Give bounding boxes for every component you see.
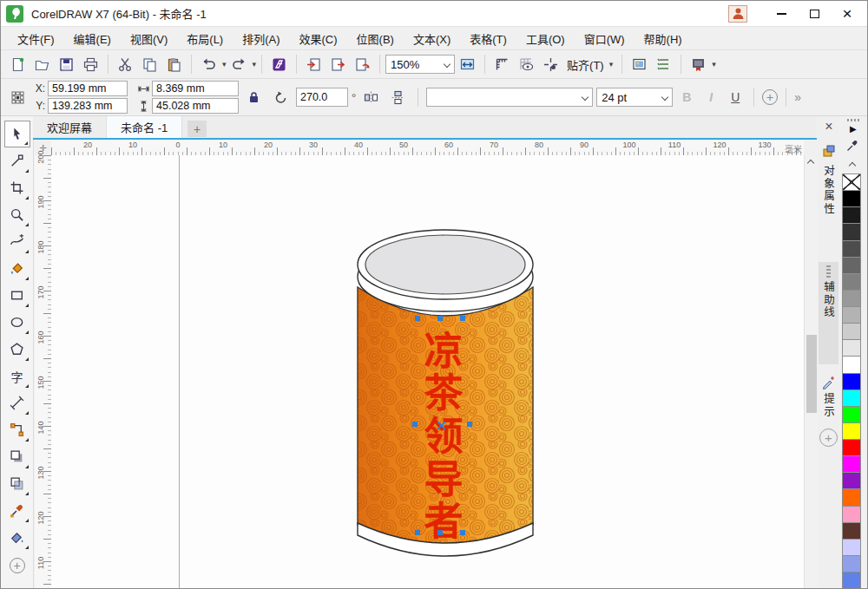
color-swatch[interactable]	[842, 357, 861, 373]
font-size-combo[interactable]: 24 pt	[596, 88, 673, 107]
transparency-tool[interactable]	[4, 470, 30, 497]
color-swatch[interactable]	[842, 207, 861, 224]
redo-icon[interactable]	[227, 53, 251, 75]
color-swatch[interactable]	[842, 390, 861, 407]
snap-to-menu[interactable]: 贴齐(T) ▾	[563, 56, 616, 73]
color-swatch[interactable]	[842, 573, 861, 589]
color-swatch[interactable]	[842, 258, 861, 274]
more-options-chevron[interactable]: »	[794, 90, 800, 104]
color-swatch[interactable]	[842, 489, 861, 506]
freehand-tool[interactable]	[4, 228, 30, 255]
undo-icon[interactable]	[197, 53, 220, 75]
menu-item[interactable]: 文件(F)	[8, 27, 64, 50]
redo-dropdown[interactable]: ▾	[253, 60, 257, 69]
menu-item[interactable]: 工具(O)	[516, 27, 575, 50]
color-swatch[interactable]	[842, 540, 861, 556]
menu-item[interactable]: 位图(B)	[347, 27, 404, 50]
menu-item[interactable]: 排列(A)	[233, 27, 289, 50]
export-icon[interactable]	[326, 53, 350, 75]
menu-item[interactable]: 帮助(H)	[635, 27, 692, 50]
scrollbar-thumb[interactable]	[806, 335, 817, 413]
color-swatch[interactable]	[842, 556, 861, 573]
dimension-tool[interactable]	[4, 389, 30, 416]
chevron-down-icon[interactable]: ▾	[712, 60, 716, 69]
shape-tool[interactable]	[4, 147, 30, 174]
import-icon[interactable]	[302, 53, 326, 75]
customize-toolbox-button[interactable]: +	[10, 558, 25, 573]
color-swatch[interactable]	[842, 241, 861, 258]
menu-item[interactable]: 布局(L)	[177, 27, 233, 50]
rectangle-tool[interactable]	[4, 282, 30, 309]
font-family-combo[interactable]	[426, 88, 593, 107]
quick-customize-icon[interactable]	[652, 53, 675, 75]
minimize-button[interactable]	[766, 3, 796, 24]
zoom-tool[interactable]	[4, 201, 30, 228]
drop-shadow-tool[interactable]	[4, 443, 30, 470]
palette-flyout-icon[interactable]: ▶	[850, 124, 857, 134]
text-tool[interactable]: 字	[4, 363, 30, 389]
color-eyedropper-tool[interactable]	[4, 497, 30, 524]
horizontal-ruler[interactable]: 毫米 20100102030405060708090100110120130	[51, 140, 804, 155]
search-content-icon[interactable]	[267, 53, 291, 75]
color-swatch[interactable]	[842, 374, 861, 390]
color-swatch[interactable]	[842, 340, 861, 357]
new-tab-button[interactable]: +	[187, 121, 207, 137]
color-swatch[interactable]	[842, 274, 861, 291]
mirror-horizontal-icon[interactable]	[359, 86, 383, 108]
color-swatch[interactable]	[842, 224, 861, 240]
document-tab[interactable]: 未命名 -1	[107, 116, 182, 138]
rotation-angle-field[interactable]	[296, 88, 348, 107]
color-swatch[interactable]	[842, 191, 861, 207]
color-swatch[interactable]	[842, 407, 861, 423]
palette-grip-icon[interactable]	[847, 119, 859, 121]
menu-item[interactable]: 编辑(E)	[64, 27, 121, 50]
color-swatch[interactable]	[842, 291, 861, 307]
color-swatch[interactable]	[842, 473, 861, 489]
polygon-tool[interactable]	[4, 336, 30, 363]
color-swatch[interactable]	[842, 456, 861, 473]
color-swatch[interactable]	[842, 324, 861, 340]
connector-tool[interactable]	[4, 416, 30, 443]
fit-page-icon[interactable]	[456, 53, 479, 75]
pick-tool[interactable]	[4, 121, 30, 147]
ellipse-tool[interactable]	[4, 309, 30, 336]
color-swatch[interactable]	[842, 507, 861, 523]
can-artwork[interactable]: 凉 茶 领 导 者	[352, 226, 542, 579]
smart-fill-tool[interactable]	[4, 255, 30, 282]
interactive-fill-tool[interactable]	[4, 524, 30, 551]
show-rulers-icon[interactable]	[490, 53, 514, 75]
show-grid-icon[interactable]	[515, 53, 538, 75]
close-button[interactable]: ×	[832, 3, 862, 24]
add-property-icon[interactable]: +	[762, 89, 778, 105]
publish-pdf-icon[interactable]	[351, 53, 374, 75]
drawing-canvas[interactable]: 凉 茶 领 导 者	[51, 155, 804, 589]
mirror-vertical-icon[interactable]	[386, 86, 410, 108]
snap-target-icon[interactable]	[539, 53, 562, 75]
underline-button[interactable]: U	[725, 87, 746, 108]
paste-icon[interactable]	[162, 53, 186, 75]
cut-icon[interactable]	[114, 53, 137, 75]
docker-close-icon[interactable]: ×	[820, 118, 838, 135]
y-position-field[interactable]	[48, 98, 128, 114]
docker-tab-object-properties[interactable]: 对象属性	[819, 161, 838, 219]
menu-item[interactable]: 窗口(W)	[575, 27, 635, 50]
vertical-ruler[interactable]: 200190180170160150140130120110	[35, 155, 51, 589]
color-swatch[interactable]	[842, 307, 861, 324]
docker-tab-hints[interactable]: 提示	[819, 373, 838, 422]
no-color-swatch[interactable]	[842, 173, 861, 191]
account-icon[interactable]	[728, 5, 747, 23]
color-swatch[interactable]	[842, 440, 861, 456]
color-swatch[interactable]	[842, 423, 861, 440]
palette-scroll-up-icon[interactable]	[849, 162, 856, 169]
lock-ratio-icon[interactable]	[242, 86, 266, 108]
copy-icon[interactable]	[138, 53, 161, 75]
bold-button[interactable]: B	[676, 87, 697, 108]
eyedropper-icon[interactable]	[846, 139, 859, 152]
undo-dropdown[interactable]: ▾	[222, 60, 227, 69]
docker-tab-guidelines[interactable]: 辅助线	[819, 262, 838, 364]
new-document-icon[interactable]	[6, 53, 30, 75]
maximize-button[interactable]	[799, 3, 829, 24]
italic-button[interactable]: I	[700, 87, 721, 108]
menu-item[interactable]: 表格(T)	[460, 27, 516, 50]
x-position-field[interactable]	[48, 81, 128, 96]
